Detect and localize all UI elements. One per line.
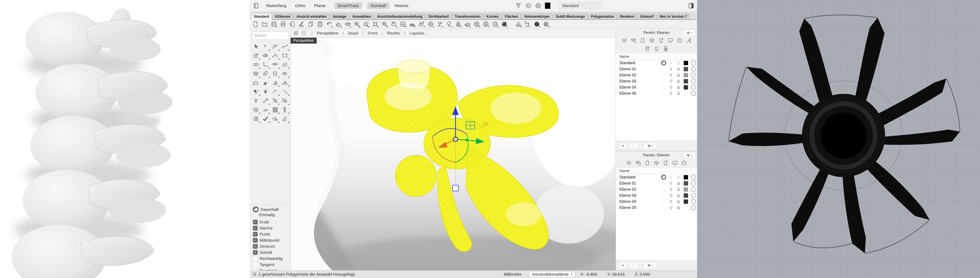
tool-primitives[interactable]	[270, 114, 280, 123]
page-icon[interactable]	[640, 37, 646, 43]
help-icon[interactable]	[676, 37, 683, 43]
current-layer-radio[interactable]	[662, 181, 665, 185]
tool-array-rectangular[interactable]	[270, 105, 280, 114]
pan-view-icon[interactable]	[335, 21, 342, 28]
lock-icon[interactable]	[675, 193, 682, 198]
tool-rectangle[interactable]	[280, 51, 290, 60]
layer-row-ebene04[interactable]: Ebene 04	[616, 84, 697, 90]
layer-color-swatch[interactable]	[684, 181, 688, 185]
monitor-icon[interactable]	[672, 160, 678, 166]
material-circle-icon[interactable]	[691, 73, 696, 78]
tab-flaechen[interactable]: Flächen	[502, 13, 521, 19]
checkbox-icon[interactable]	[253, 238, 258, 243]
tab-ansicht-einstellen[interactable]: Ansicht einstellen	[294, 13, 329, 19]
add-layer-button[interactable]: +	[618, 262, 628, 268]
undo-icon[interactable]	[326, 21, 333, 28]
lock-icon[interactable]	[675, 187, 682, 192]
cut-icon[interactable]	[298, 21, 305, 28]
viewport-tab-layouts[interactable]: Layouts...	[410, 31, 428, 35]
tool-spheres[interactable]	[261, 69, 270, 78]
radio-icon[interactable]	[253, 212, 257, 217]
material-circle-icon[interactable]	[691, 181, 696, 186]
panel-gear-button[interactable]: ▾	[683, 152, 695, 158]
open-file-icon[interactable]	[261, 21, 269, 28]
menubar-item-ortho[interactable]: Ortho	[295, 3, 305, 8]
lock-icon[interactable]	[675, 206, 682, 210]
osnap-check-naechst[interactable]: Nächst	[253, 225, 290, 231]
box-icon[interactable]	[653, 160, 660, 166]
layer-row-ebene02[interactable]: Ebene 02	[616, 186, 697, 192]
layer-options-gear-button[interactable]: ▾	[644, 262, 656, 268]
render-preview-icon[interactable]	[533, 21, 541, 28]
current-layer-radio[interactable]	[661, 175, 666, 180]
tool-check-analyze[interactable]	[261, 114, 270, 123]
tool-solid-box[interactable]	[251, 105, 261, 114]
help-icon[interactable]	[681, 160, 687, 166]
tool-extract[interactable]	[261, 78, 270, 87]
layer-color-swatch[interactable]	[684, 206, 688, 210]
current-layer-radio[interactable]	[662, 85, 665, 89]
viewport-tab-rechts[interactable]: Rechts	[387, 31, 400, 35]
viewport-tab-perspektive[interactable]: Perspektive	[317, 31, 338, 35]
current-layer-radio[interactable]	[662, 206, 665, 209]
box-icon[interactable]	[649, 37, 655, 43]
tool-patch[interactable]	[280, 69, 290, 78]
sidebar-toggle-icon[interactable]	[253, 3, 259, 9]
layer-row-ebene05[interactable]: Ebene 05	[616, 90, 697, 96]
tool-boolean-union[interactable]	[251, 87, 261, 96]
layer-name[interactable]: Ebene 04	[616, 85, 660, 89]
lock-icon[interactable]	[675, 73, 682, 77]
layer-name[interactable]: Ebene 05	[616, 91, 660, 96]
current-layer-radio[interactable]	[662, 73, 665, 77]
visibility-bulb-icon[interactable]	[667, 79, 675, 83]
lock-icon[interactable]	[675, 61, 682, 65]
visibility-bulb-icon[interactable]	[667, 67, 675, 71]
tool-cylinder[interactable]	[270, 69, 280, 78]
lock-icon[interactable]	[675, 200, 682, 204]
layer-row-ebene04[interactable]: Ebene 04	[616, 198, 697, 205]
material-circle-icon[interactable]	[691, 187, 696, 192]
tab-ansichtsfenstereinstellung[interactable]: Ansichtsfenstereinstellung	[374, 13, 425, 19]
checkbox-icon[interactable]	[253, 220, 258, 224]
visibility-bulb-icon[interactable]	[667, 85, 675, 89]
material-circle-icon[interactable]	[691, 91, 696, 96]
menubar-item-smarttrack[interactable]: SmartTrack	[334, 2, 362, 9]
lock-icon[interactable]	[675, 79, 682, 83]
command-input[interactable]: Befehl	[252, 31, 288, 40]
layer-color-swatch[interactable]	[684, 79, 688, 83]
checkbox-icon[interactable]	[253, 268, 258, 270]
tool-curve[interactable]	[280, 42, 290, 51]
current-layer-radio[interactable]	[662, 91, 665, 95]
layer-row-ebene01[interactable]: Ebene 01	[616, 180, 697, 186]
layers-icon[interactable]	[621, 37, 627, 43]
layer-color-swatch[interactable]	[684, 193, 688, 198]
current-layer-radio[interactable]	[662, 67, 665, 71]
layer-row-standard[interactable]: Standard	[616, 174, 697, 180]
lock-icon[interactable]	[675, 175, 682, 179]
mesh-sphere-icon[interactable]	[492, 21, 499, 28]
tool-trim-split[interactable]	[251, 114, 261, 123]
remove-layer-button[interactable]: −	[629, 262, 639, 268]
zoom-dynamic-icon[interactable]	[353, 21, 361, 28]
tool-polyline[interactable]	[270, 42, 280, 51]
layer-name[interactable]: Ebene 01	[616, 181, 660, 185]
osnap-check-mittelpunkt[interactable]: Mittelpunkt	[253, 237, 290, 243]
tool-text[interactable]	[251, 96, 261, 105]
new-document-icon[interactable]	[252, 21, 259, 28]
tool-circle[interactable]	[251, 51, 261, 60]
torus-icon[interactable]	[473, 21, 480, 28]
remove-layer-button[interactable]: −	[629, 143, 639, 149]
layer-name[interactable]: Ebene 03	[616, 79, 660, 83]
cplane-select[interactable]: Konstruktionsebene ▲▼	[530, 271, 574, 277]
page-icon[interactable]	[644, 160, 651, 166]
tab-anzeige[interactable]: Anzeige	[330, 13, 349, 19]
layer-name[interactable]: Ebene 04	[616, 199, 660, 204]
notes-icon[interactable]	[644, 46, 651, 52]
lock-icon[interactable]	[675, 67, 682, 71]
menubar-item-gumball[interactable]: Gumball	[368, 2, 389, 9]
tab-standard[interactable]: Standard	[251, 13, 272, 19]
tool-surface-from-grid[interactable]	[270, 60, 280, 69]
list-icon[interactable]	[252, 272, 257, 276]
import-icon[interactable]	[289, 21, 296, 28]
osnap-check-quadrant[interactable]: Quadrant	[253, 268, 290, 270]
